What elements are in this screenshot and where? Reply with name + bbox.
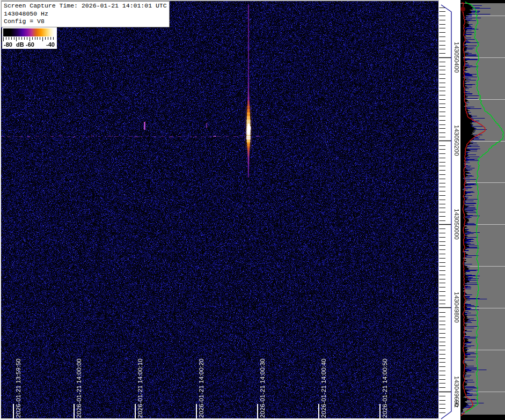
colorbar-label: -80 <box>4 41 12 48</box>
window-border-left <box>0 0 1 420</box>
capture-time-text: Screen Capture Time: 2026-01-21 14:01:01… <box>4 2 167 10</box>
center-frequency-text: 143048050 Hz <box>4 10 167 18</box>
colorbar-ticks <box>3 37 56 41</box>
colorbar-label: -60 <box>26 41 34 48</box>
app-window: Screen Capture Time: 2026-01-21 14:01:01… <box>0 0 505 420</box>
config-text: Config = V8 <box>4 18 167 26</box>
spectrum-panel-canvas <box>460 0 505 420</box>
colorbar: -80dB-60-40 <box>2 27 57 49</box>
capture-info-box: Screen Capture Time: 2026-01-21 14:01:01… <box>1 1 170 27</box>
colorbar-label: dB <box>16 41 24 48</box>
spectrogram-canvas <box>1 1 439 418</box>
frequency-ruler-canvas <box>438 0 460 420</box>
colorbar-label: -40 <box>46 41 55 48</box>
colorbar-labels: -80dB-60-40 <box>3 41 56 48</box>
colorbar-gradient <box>3 28 56 36</box>
